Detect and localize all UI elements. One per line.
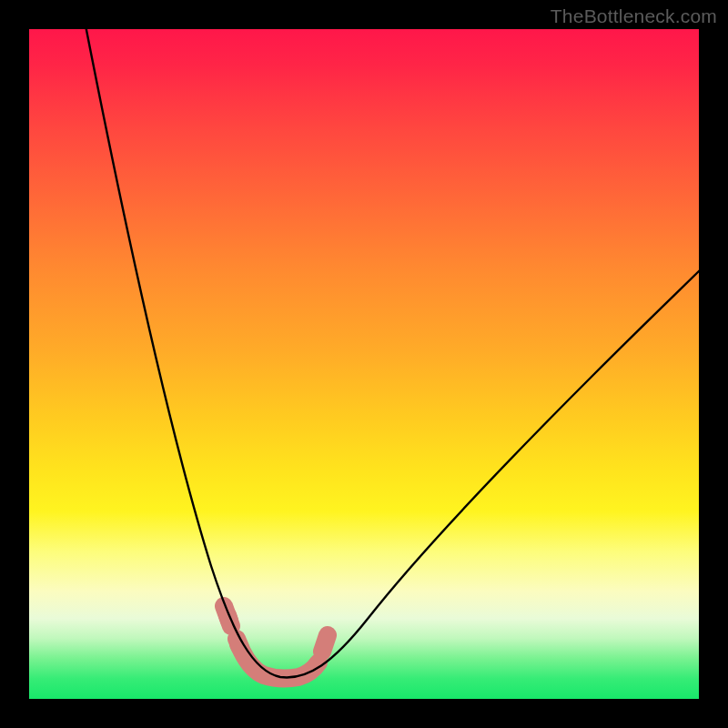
branding-watermark: TheBottleneck.com xyxy=(551,5,717,27)
plot-area xyxy=(29,29,699,699)
chart-svg xyxy=(29,29,699,699)
bottleneck-curve xyxy=(86,25,703,677)
chart-frame: TheBottleneck.com xyxy=(0,0,728,728)
